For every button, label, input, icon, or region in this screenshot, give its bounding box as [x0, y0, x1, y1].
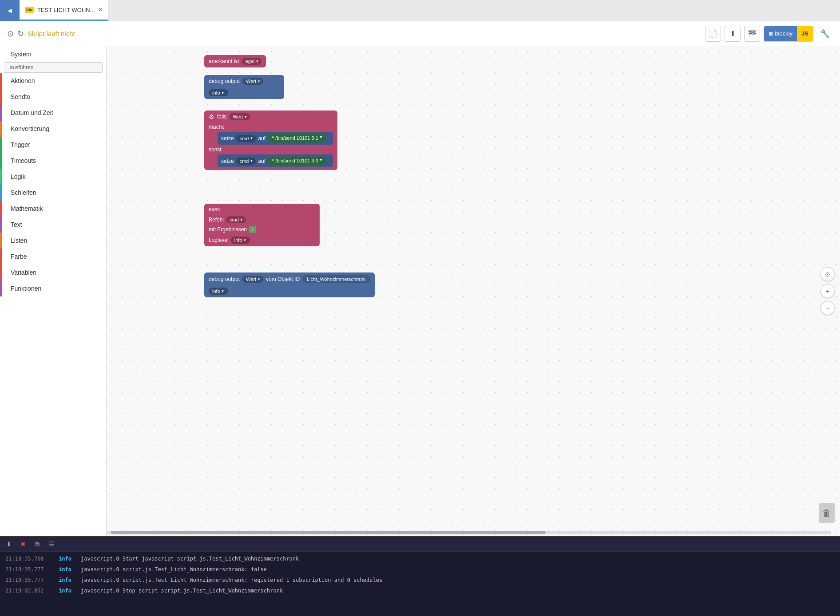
befehl-label: Befehl — [209, 217, 224, 223]
canvas-scrollbar[interactable] — [107, 531, 831, 534]
log-menu-button[interactable]: ☰ — [46, 539, 57, 549]
log-clear-button[interactable]: ✖ — [18, 539, 28, 549]
mit-ergebnissen-label: mit Ergebnissen — [209, 226, 247, 233]
block-anerkannt[interactable]: anerkannt ist egal — [204, 55, 266, 67]
log-copy-button[interactable]: ⧉ — [32, 539, 43, 549]
sidebar-label-listen: Listen — [11, 237, 27, 244]
sidebar-item-aktionen[interactable]: Aktionen — [0, 73, 106, 89]
toolbar-left: ⊙ ↻ Skript läuft nicht — [7, 29, 700, 39]
log-download-button[interactable]: ⬇ — [4, 539, 14, 549]
log-time-0: 21:18:35.768 — [5, 555, 59, 563]
sidebar-item-funktionen[interactable]: Funktionen — [0, 280, 106, 296]
auf1-label: auf — [258, 135, 265, 142]
sidebar-item-schleifen[interactable]: Schleifen — [0, 185, 106, 201]
debug2-vom-label: vom Objekt ID — [266, 276, 300, 282]
sidebar-item-listen[interactable]: Listen — [0, 233, 106, 249]
save-button[interactable]: 📄 — [705, 26, 721, 42]
tab-close-button[interactable]: × — [99, 6, 103, 14]
sidebar-item-logik[interactable]: Logik — [0, 169, 106, 185]
cmd1-dropdown[interactable]: cmd — [236, 135, 256, 142]
js-view-button[interactable]: JS — [797, 26, 813, 41]
zoom-out-icon: − — [826, 304, 829, 312]
blockly-label: blockly — [775, 30, 792, 37]
log-entry-1: 21:18:35.777 info javascript.0 script.js… — [0, 564, 840, 575]
center-icon: ⊙ — [825, 271, 830, 278]
block-falls[interactable]: ⚙ falls Wert mache setze cmd auf /bin/se… — [204, 111, 337, 170]
canvas-scrollbar-thumb — [111, 531, 546, 534]
blockly-workspace: anerkannt ist egal debug output Wert inf… — [107, 46, 840, 536]
debug2-info-dropdown[interactable]: info — [209, 288, 228, 295]
log-panel: ⬇ ✖ ⧉ ☰ 21:18:35.768 info javascript.0 S… — [0, 536, 840, 616]
export-icon: ⬆ — [730, 29, 736, 38]
sidebar-label-aktionen: Aktionen — [11, 77, 35, 84]
setze2-label: setze — [221, 158, 234, 164]
anerkannt-label: anerkannt ist — [209, 58, 239, 64]
debug1-info-dropdown[interactable]: info — [209, 89, 228, 96]
sidebar-label-trigger: Trigger — [11, 141, 30, 148]
sidebar-item-timeouts[interactable]: Timeouts — [0, 153, 106, 169]
sidebar-label-konvertierung: Konvertierung — [11, 125, 49, 132]
sidebar-label-funktionen: Funktionen — [11, 285, 41, 292]
sidebar-item-variablen[interactable]: Variablen — [0, 265, 106, 280]
log-entry-2: 21:18:35.777 info javascript.0 script.js… — [0, 575, 840, 585]
sidebar-item-mathematik[interactable]: Mathematik — [0, 201, 106, 217]
script-status: Skript läuft nicht — [28, 30, 75, 37]
log-level-1: info — [59, 565, 81, 573]
sidebar-label-timeouts: Timeouts — [11, 157, 36, 164]
tab-bar: ◀ blo TEST LICHT WOHN... × — [0, 0, 840, 21]
blockly-canvas[interactable]: anerkannt ist egal debug output Wert inf… — [107, 46, 840, 536]
log-msg-1: javascript.0 script.js.Test_Licht_Wohnzi… — [81, 565, 835, 573]
auf2-label: auf — [258, 158, 265, 164]
zoom-out-button[interactable]: − — [820, 301, 835, 315]
trash-button[interactable]: 🗑 — [819, 503, 835, 523]
zoom-in-button[interactable]: + — [820, 284, 835, 298]
sonst-label: sonst — [209, 146, 222, 153]
clear-icon: ✖ — [20, 541, 26, 548]
sidebar-item-sendto[interactable]: Sendto — [0, 89, 106, 105]
sidebar-item-system[interactable]: System — [0, 46, 106, 62]
sidebar-label-text: Text — [11, 221, 22, 228]
mit-ergebnissen-checkbox[interactable]: ✓ — [249, 226, 256, 233]
log-time-1: 21:18:35.777 — [5, 565, 59, 573]
back-button[interactable]: ◀ — [0, 0, 20, 21]
debug2-wert-dropdown[interactable]: Wert — [242, 276, 263, 283]
sidebar-item-trigger[interactable]: Trigger — [0, 137, 106, 153]
settings-button[interactable]: 🔧 — [817, 26, 833, 42]
anerkannt-egal-dropdown[interactable]: egal — [242, 58, 262, 65]
block-debug1[interactable]: debug output Wert info — [204, 75, 284, 99]
debug2-label: debug output — [209, 276, 240, 282]
js-label: JS — [801, 30, 808, 37]
sidebar-item-farbe[interactable]: Farbe — [0, 249, 106, 265]
flag-button[interactable]: 🏁 — [744, 26, 760, 42]
sidebar-label-ausfuhren: ausführen — [10, 64, 33, 71]
zoom-in-icon: + — [826, 288, 829, 295]
log-entry-3: 21:19:02.852 info javascript.0 Stop scri… — [0, 585, 840, 596]
debug1-wert-dropdown[interactable]: Wert — [242, 78, 263, 85]
tab-icon: blo — [25, 7, 34, 13]
block-exec[interactable]: exec Befehl cmd mit Ergebnissen ✓ Loglev… — [204, 204, 320, 246]
block-debug2[interactable]: debug output Wert vom Objekt ID Licht_Wo… — [204, 272, 375, 297]
main-layout: System ausführen Aktionen Sendto Datum u… — [0, 46, 840, 536]
sidebar-item-konvertierung[interactable]: Konvertierung — [0, 121, 106, 137]
log-time-3: 21:19:02.852 — [5, 587, 59, 595]
log-time-2: 21:18:35.777 — [5, 576, 59, 584]
sidebar-label-sendto: Sendto — [11, 93, 30, 100]
sidebar-item-text[interactable]: Text — [0, 217, 106, 233]
blockly-view-button[interactable]: ▦ blockly — [764, 26, 797, 41]
sidebar-item-ausfuhren[interactable]: ausführen — [4, 62, 103, 73]
target-icon[interactable]: ⊙ — [7, 29, 14, 39]
debug1-label: debug output — [209, 78, 240, 84]
falls-wert-dropdown[interactable]: Wert — [229, 113, 250, 120]
center-view-button[interactable]: ⊙ — [820, 267, 835, 281]
cmd2-dropdown[interactable]: cmd — [236, 158, 256, 165]
blockly-icon: ▦ — [769, 31, 773, 36]
exec-info-dropdown[interactable]: info — [231, 237, 250, 244]
sidebar-item-datum[interactable]: Datum und Zeit — [0, 105, 106, 121]
exec-cmd-dropdown[interactable]: cmd — [226, 216, 246, 223]
refresh-icon[interactable]: ↻ — [17, 29, 24, 39]
tab-item[interactable]: blo TEST LICHT WOHN... × — [20, 0, 108, 21]
exec-label: exec — [209, 206, 220, 213]
log-level-2: info — [59, 576, 81, 584]
export-button[interactable]: ⬆ — [725, 26, 741, 42]
log-toolbar: ⬇ ✖ ⧉ ☰ — [0, 537, 840, 552]
